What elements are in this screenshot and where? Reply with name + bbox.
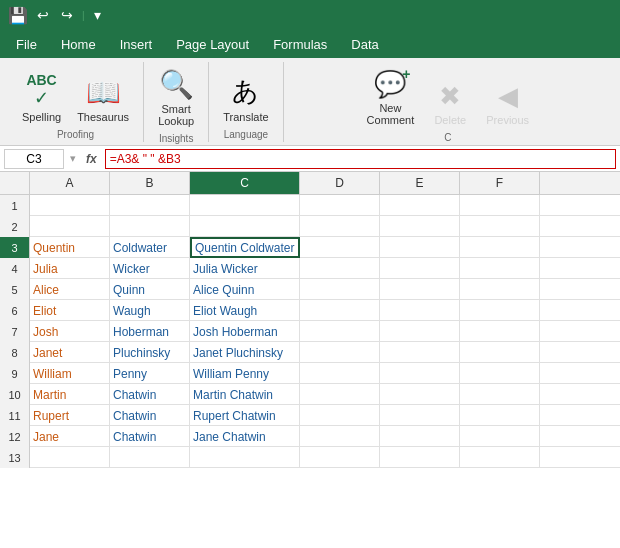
cell-d4[interactable] — [300, 258, 380, 279]
cell-e12[interactable] — [380, 426, 460, 447]
col-header-a[interactable]: A — [30, 172, 110, 194]
cell-d10[interactable] — [300, 384, 380, 405]
cell-e6[interactable] — [380, 300, 460, 321]
col-header-f[interactable]: F — [460, 172, 540, 194]
cell-e7[interactable] — [380, 321, 460, 342]
cell-d3[interactable] — [300, 237, 380, 258]
previous-button[interactable]: ◀ Previous — [482, 79, 533, 128]
cell-d12[interactable] — [300, 426, 380, 447]
cell-b9[interactable]: Penny — [110, 363, 190, 384]
cell-f4[interactable] — [460, 258, 540, 279]
cell-e9[interactable] — [380, 363, 460, 384]
cell-f1[interactable] — [460, 195, 540, 216]
row-header-5[interactable]: 5 — [0, 279, 30, 300]
row-header-6[interactable]: 6 — [0, 300, 30, 321]
cell-c6[interactable]: Eliot Waugh — [190, 300, 300, 321]
cell-e8[interactable] — [380, 342, 460, 363]
cell-e1[interactable] — [380, 195, 460, 216]
row-header-3[interactable]: 3 — [0, 237, 30, 258]
cell-d7[interactable] — [300, 321, 380, 342]
row-header-4[interactable]: 4 — [0, 258, 30, 279]
cell-b13[interactable] — [110, 447, 190, 468]
smart-lookup-button[interactable]: 🔍 SmartLookup — [154, 66, 198, 129]
cell-f5[interactable] — [460, 279, 540, 300]
row-header-8[interactable]: 8 — [0, 342, 30, 363]
cell-b10[interactable]: Chatwin — [110, 384, 190, 405]
menu-insert[interactable]: Insert — [108, 33, 165, 56]
cell-f7[interactable] — [460, 321, 540, 342]
cell-f11[interactable] — [460, 405, 540, 426]
cell-c10[interactable]: Martin Chatwin — [190, 384, 300, 405]
cell-d2[interactable] — [300, 216, 380, 237]
cell-c2[interactable] — [190, 216, 300, 237]
row-header-10[interactable]: 10 — [0, 384, 30, 405]
cell-c4[interactable]: Julia Wicker — [190, 258, 300, 279]
cell-f2[interactable] — [460, 216, 540, 237]
cell-c9[interactable]: William Penny — [190, 363, 300, 384]
cell-e13[interactable] — [380, 447, 460, 468]
cell-c3[interactable]: Quentin Coldwater — [190, 237, 300, 258]
cell-d1[interactable] — [300, 195, 380, 216]
cell-a11[interactable]: Rupert — [30, 405, 110, 426]
delete-button[interactable]: ✖ Delete — [430, 79, 470, 128]
cell-d6[interactable] — [300, 300, 380, 321]
cell-b6[interactable]: Waugh — [110, 300, 190, 321]
cell-c12[interactable]: Jane Chatwin — [190, 426, 300, 447]
cell-a12[interactable]: Jane — [30, 426, 110, 447]
quick-access-dropdown[interactable]: ▾ — [91, 7, 104, 23]
cell-b11[interactable]: Chatwin — [110, 405, 190, 426]
row-header-9[interactable]: 9 — [0, 363, 30, 384]
cell-c11[interactable]: Rupert Chatwin — [190, 405, 300, 426]
row-header-7[interactable]: 7 — [0, 321, 30, 342]
cell-c5[interactable]: Alice Quinn — [190, 279, 300, 300]
cell-f3[interactable] — [460, 237, 540, 258]
cell-e3[interactable] — [380, 237, 460, 258]
cell-b1[interactable] — [110, 195, 190, 216]
cell-f8[interactable] — [460, 342, 540, 363]
row-header-1[interactable]: 1 — [0, 195, 30, 216]
cell-d5[interactable] — [300, 279, 380, 300]
row-header-11[interactable]: 11 — [0, 405, 30, 426]
cell-f10[interactable] — [460, 384, 540, 405]
cell-a3[interactable]: Quentin — [30, 237, 110, 258]
cell-c13[interactable] — [190, 447, 300, 468]
spelling-button[interactable]: ABC ✓ Spelling — [18, 71, 65, 125]
cell-f9[interactable] — [460, 363, 540, 384]
cell-a1[interactable] — [30, 195, 110, 216]
cell-a6[interactable]: Eliot — [30, 300, 110, 321]
col-header-e[interactable]: E — [380, 172, 460, 194]
row-header-12[interactable]: 12 — [0, 426, 30, 447]
cell-d11[interactable] — [300, 405, 380, 426]
cell-e2[interactable] — [380, 216, 460, 237]
col-header-b[interactable]: B — [110, 172, 190, 194]
thesaurus-button[interactable]: 📖 Thesaurus — [73, 74, 133, 125]
cell-reference-box[interactable] — [4, 149, 64, 169]
cell-e4[interactable] — [380, 258, 460, 279]
cell-a2[interactable] — [30, 216, 110, 237]
col-header-d[interactable]: D — [300, 172, 380, 194]
cell-a4[interactable]: Julia — [30, 258, 110, 279]
menu-home[interactable]: Home — [49, 33, 108, 56]
cell-a10[interactable]: Martin — [30, 384, 110, 405]
cell-b4[interactable]: Wicker — [110, 258, 190, 279]
cell-b12[interactable]: Chatwin — [110, 426, 190, 447]
cell-e5[interactable] — [380, 279, 460, 300]
cell-c7[interactable]: Josh Hoberman — [190, 321, 300, 342]
cell-d13[interactable] — [300, 447, 380, 468]
cell-b3[interactable]: Coldwater — [110, 237, 190, 258]
cell-a8[interactable]: Janet — [30, 342, 110, 363]
col-header-c[interactable]: C — [190, 172, 300, 194]
cell-b2[interactable] — [110, 216, 190, 237]
cell-a5[interactable]: Alice — [30, 279, 110, 300]
menu-formulas[interactable]: Formulas — [261, 33, 339, 56]
menu-page-layout[interactable]: Page Layout — [164, 33, 261, 56]
row-header-13[interactable]: 13 — [0, 447, 30, 468]
cell-b7[interactable]: Hoberman — [110, 321, 190, 342]
cell-b5[interactable]: Quinn — [110, 279, 190, 300]
redo-button[interactable]: ↪ — [58, 7, 76, 23]
translate-button[interactable]: あ Translate — [219, 72, 272, 125]
save-icon[interactable]: 💾 — [8, 6, 28, 25]
cell-e10[interactable] — [380, 384, 460, 405]
cell-f12[interactable] — [460, 426, 540, 447]
cell-a13[interactable] — [30, 447, 110, 468]
